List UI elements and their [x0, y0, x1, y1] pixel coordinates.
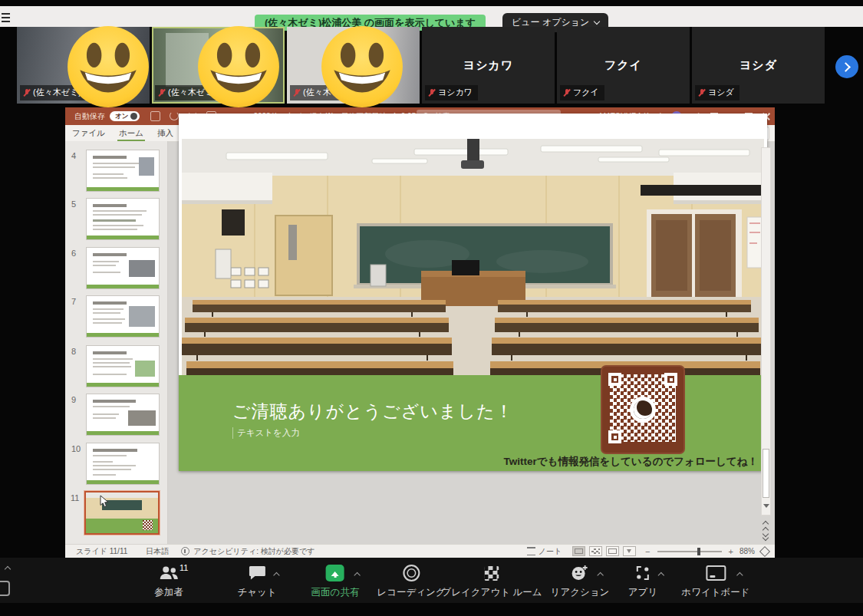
- tab-insert[interactable]: 挿入: [150, 125, 180, 141]
- whiteboard-button[interactable]: ホワイトボード: [681, 564, 749, 599]
- autosave-toggle[interactable]: オン: [110, 111, 140, 121]
- slide-number: 11: [71, 493, 79, 502]
- share-screen-button[interactable]: 画面の共有: [311, 564, 360, 599]
- cutoff-audio-icon[interactable]: [0, 581, 10, 596]
- notes-button[interactable]: ノート: [539, 546, 562, 557]
- normal-view-button[interactable]: [572, 546, 585, 556]
- thumbnail-slide-6[interactable]: 6: [86, 247, 160, 289]
- recording-icon: [403, 564, 420, 582]
- slide-counter: スライド 11/11: [76, 546, 127, 557]
- participant-name-badge: ヨシカワ: [425, 85, 478, 100]
- recording-label: レコーディング: [377, 586, 445, 599]
- zoom-toolbar: 11 参加者 チャット 画面の共有 レコーディング ブレイクアウト ルーム: [0, 558, 863, 603]
- tab-file[interactable]: ファイル: [65, 125, 112, 141]
- qr-code: [602, 367, 683, 453]
- chat-label: チャット: [237, 586, 276, 599]
- recording-button[interactable]: レコーディング: [377, 564, 445, 599]
- slide-title: ご清聴ありがとうございました！: [232, 400, 513, 423]
- slide-number: 7: [71, 297, 76, 306]
- chevron-up-icon[interactable]: [658, 572, 664, 578]
- participants-label: 参加者: [154, 586, 183, 599]
- thumb-illustration: [135, 361, 155, 377]
- slide-canvas[interactable]: ご清聴ありがとうございました！ テキストを入力 Twitterでも情報発信をして…: [179, 114, 767, 471]
- zoom-level[interactable]: 88%: [739, 547, 755, 555]
- zoom-slider-knob[interactable]: [697, 548, 700, 555]
- thumbnail-slide-8[interactable]: 8: [86, 345, 160, 387]
- next-page-arrow-button[interactable]: [835, 55, 858, 78]
- mic-muted-icon: [698, 88, 705, 97]
- grinning-emoji-icon: [67, 25, 150, 108]
- mic-muted-icon: [158, 88, 165, 97]
- chevron-up-icon[interactable]: [273, 572, 279, 578]
- grinning-emoji-icon: [197, 25, 280, 108]
- slide-scrollbar[interactable]: [761, 147, 771, 516]
- toggle-knob: [130, 113, 137, 120]
- video-tile-fukui[interactable]: フクイ フクイ: [557, 27, 690, 104]
- chevron-up-icon[interactable]: [598, 572, 604, 578]
- zoom-out-button[interactable]: −: [645, 547, 650, 556]
- chat-button[interactable]: チャット: [237, 564, 276, 599]
- chevron-up-icon[interactable]: [354, 572, 361, 578]
- apps-label: アプリ: [628, 586, 657, 599]
- slide-thumbnail-panel: 4 5 6: [65, 141, 168, 545]
- breakout-rooms-button[interactable]: ブレイクアウト ルーム: [441, 564, 542, 599]
- tab-home[interactable]: ホーム: [112, 125, 150, 141]
- slide-number: 10: [71, 444, 81, 453]
- zoom-in-button[interactable]: +: [729, 547, 733, 556]
- mini-qr-code: [143, 520, 153, 530]
- mic-muted-icon: [428, 88, 435, 97]
- thumbnail-slide-10[interactable]: 10: [86, 443, 160, 485]
- arrow-right-icon: [841, 62, 851, 72]
- thumb-photo: [139, 157, 154, 176]
- apps-button[interactable]: アプリ: [628, 564, 657, 599]
- fit-to-window-icon[interactable]: [759, 545, 770, 556]
- thumbnail-slide-9[interactable]: 9: [86, 394, 160, 436]
- zoom-slider[interactable]: [657, 551, 722, 552]
- reading-view-button[interactable]: [606, 546, 619, 556]
- ppt-statusbar: スライド 11/11 日本語 アクセシビリティ: 検討が必要です ノート − +…: [65, 544, 775, 558]
- mic-muted-icon: [23, 88, 30, 97]
- mic-muted-icon: [563, 88, 570, 97]
- participant-name-badge: フクイ: [560, 85, 604, 100]
- thumbnail-slide-11-selected[interactable]: 11: [84, 491, 160, 535]
- slideshow-button[interactable]: [623, 546, 636, 556]
- slide-number: 8: [71, 347, 76, 356]
- next-slide-button[interactable]: [762, 532, 769, 542]
- participants-button[interactable]: 11 参加者: [154, 564, 183, 599]
- thumbnail-slide-5[interactable]: 5: [86, 198, 160, 240]
- save-icon[interactable]: [150, 111, 160, 121]
- statusbar-right: ノート − + 88%: [527, 546, 769, 557]
- slide-number: 5: [71, 199, 76, 209]
- classroom-photo: [182, 139, 764, 380]
- participants-count: 11: [180, 563, 188, 572]
- accessibility-status[interactable]: アクセシビリティ: 検討が必要です: [193, 546, 315, 557]
- video-tile-yoshikawa[interactable]: ヨシカワ ヨシカワ: [422, 27, 555, 104]
- participant-name: ヨシダ: [708, 87, 734, 98]
- participant-name: フクイ: [573, 87, 599, 98]
- thumbnail-slide-4[interactable]: 4: [86, 150, 160, 192]
- autosave-label: 自動保存: [74, 111, 105, 122]
- reactions-label: リアクション: [551, 586, 610, 599]
- reactions-button[interactable]: リアクション: [551, 564, 610, 599]
- thumb-photo: [129, 260, 155, 277]
- previous-slide-button[interactable]: [762, 520, 769, 529]
- slide-number: 6: [71, 249, 76, 258]
- autosave-state: オン: [115, 112, 128, 121]
- accessibility-icon: [181, 547, 189, 555]
- slide-sorter-button[interactable]: [589, 546, 602, 556]
- apps-icon: [634, 564, 651, 582]
- slide-number: 4: [71, 151, 76, 160]
- scrollbar-thumb[interactable]: [763, 449, 769, 498]
- thumbnail-slide-7[interactable]: 7: [86, 295, 160, 338]
- language-indicator[interactable]: 日本語: [146, 546, 169, 557]
- video-tile-yoshida[interactable]: ヨシダ ヨシダ: [692, 27, 825, 104]
- chevron-up-icon[interactable]: [736, 572, 743, 578]
- thumb-title-bar: [93, 156, 127, 159]
- undo-icon[interactable]: [170, 111, 179, 120]
- participant-name-badge: ヨシダ: [695, 85, 739, 100]
- text-placeholder[interactable]: テキストを入力: [232, 427, 300, 439]
- scroll-down-arrow-icon[interactable]: [763, 504, 769, 511]
- top-menu-strip: (佐々木ゼミ)松浦公美 の画面を表示しています ビュー オプション: [0, 6, 863, 27]
- powerpoint-window: 自動保存 オン 2023佐々木ゼミ紹介(1) • 最終更新日時: 金 0:05 …: [65, 107, 775, 558]
- chat-icon: [249, 564, 265, 582]
